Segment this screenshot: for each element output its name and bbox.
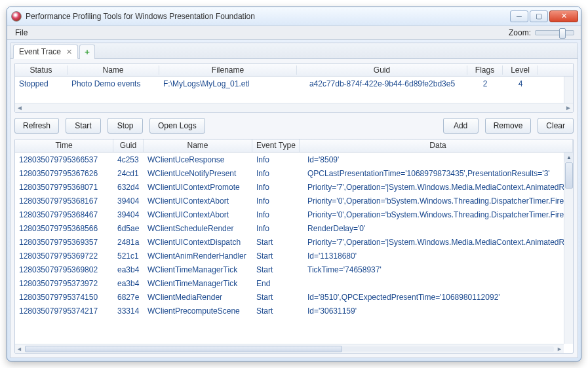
col-time[interactable]: Time: [15, 139, 113, 152]
event-row[interactable]: 12803507979536762624cd1WClientUceNotifyP…: [15, 166, 573, 180]
session-vscrollbar[interactable]: [564, 77, 573, 103]
col-data[interactable]: Data: [300, 139, 573, 152]
col-name[interactable]: Name: [144, 139, 252, 152]
cell-name: WClientAnimRenderHandler: [144, 250, 252, 262]
cell-type: Start: [252, 305, 300, 317]
remove-button[interactable]: Remove: [485, 118, 532, 134]
col-filename[interactable]: Filename: [159, 65, 297, 75]
cell-name: WClientUIContextPromote: [144, 181, 252, 193]
col-guid[interactable]: Guid: [113, 139, 144, 152]
tab-label: Event Trace: [19, 47, 61, 56]
scroll-right-icon[interactable]: ►: [565, 104, 572, 111]
cell-time: 128035079795373972: [15, 278, 113, 289]
add-button[interactable]: Add: [443, 118, 479, 134]
event-row[interactable]: 12803507979536816739404WClientUIContextA…: [15, 194, 573, 208]
cell-filename: F:\MyLogs\MyLog_01.etl: [159, 79, 297, 88]
open-logs-button[interactable]: Open Logs: [149, 118, 205, 134]
event-row[interactable]: 1280350797953693572481aWClientUIContextD…: [15, 235, 573, 249]
col-event-type[interactable]: Event Type: [252, 139, 300, 152]
session-row[interactable]: Stopped Photo Demo events F:\MyLogs\MyLo…: [15, 77, 573, 91]
cell-guid: 521c1: [113, 250, 144, 262]
events-vscrollbar[interactable]: ▲: [564, 153, 573, 344]
event-row[interactable]: 128035079795368071632d4WClientUIContextP…: [15, 180, 573, 194]
scroll-left-icon[interactable]: ◄: [16, 346, 22, 352]
cell-time: 128035079795369357: [15, 236, 113, 248]
start-button[interactable]: Start: [66, 118, 101, 134]
window-title: Performance Profiling Tools for Windows …: [26, 12, 510, 21]
menubar: File Zoom:: [7, 26, 581, 40]
cell-name: WClientScheduleRender: [144, 223, 252, 234]
tab-add-button[interactable]: ＋: [79, 45, 95, 59]
event-row[interactable]: 1280350797953685666d5aeWClientScheduleRe…: [15, 221, 573, 235]
event-row[interactable]: 12803507979536846739404WClientUIContextA…: [15, 208, 573, 221]
hscroll-thumb[interactable]: [25, 346, 342, 352]
cell-name: WClientUIContextAbort: [144, 209, 252, 221]
tab-event-trace[interactable]: Event Trace ✕: [13, 45, 78, 59]
cell-flags: 2: [467, 79, 503, 88]
cell-time: 128035079795368467: [15, 209, 113, 221]
events-panel: Time Guid Name Event Type Data 128035079…: [14, 139, 574, 354]
cell-guid: 632d4: [113, 181, 144, 193]
event-row[interactable]: 128035079795373972ea3b4WClientTimeManage…: [15, 276, 573, 290]
titlebar[interactable]: Performance Profiling Tools for Windows …: [7, 7, 581, 26]
zoom-label: Zoom:: [509, 28, 531, 37]
events-header: Time Guid Name Event Type Data: [15, 139, 573, 153]
cell-data: Id='30631159': [300, 305, 573, 317]
clear-button[interactable]: Clear: [538, 118, 574, 134]
cell-data: TickTime='74658937': [300, 264, 573, 276]
tab-strip: Event Trace ✕ ＋: [10, 43, 578, 59]
content-area: Event Trace ✕ ＋ Status Name Filename Gui…: [10, 43, 578, 358]
cell-name: WClientTimeManagerTick: [144, 264, 252, 276]
cell-type: Info: [252, 181, 300, 193]
window-controls: ─ ▢ ✕: [510, 10, 578, 22]
cell-type: Start: [252, 291, 300, 303]
cell-type: Info: [252, 168, 300, 179]
event-row[interactable]: 1280350797953665374c253WClientUceRespons…: [15, 153, 573, 166]
cell-time: 128035079795374217: [15, 305, 113, 317]
stop-button[interactable]: Stop: [108, 118, 143, 134]
vscroll-thumb[interactable]: [565, 162, 573, 189]
refresh-button[interactable]: Refresh: [14, 118, 59, 134]
scroll-left-icon[interactable]: ◄: [16, 104, 23, 111]
cell-status: Stopped: [15, 79, 68, 88]
col-status[interactable]: Status: [15, 65, 68, 75]
zoom-slider-thumb[interactable]: [559, 28, 566, 39]
tab-close-icon[interactable]: ✕: [66, 48, 72, 56]
event-row[interactable]: 128035079795369802ea3b4WClientTimeManage…: [15, 263, 573, 276]
close-button[interactable]: ✕: [549, 10, 578, 22]
col-flags[interactable]: Flags: [467, 65, 503, 75]
session-panel: Status Name Filename Guid Flags Level St…: [14, 63, 574, 113]
cell-type: End: [252, 278, 300, 289]
event-row[interactable]: 1280350797953741506827eWClientMediaRende…: [15, 290, 573, 304]
cell-guid: 39404: [113, 195, 144, 207]
col-guid[interactable]: Guid: [297, 65, 467, 75]
plus-icon: ＋: [83, 46, 91, 58]
event-row[interactable]: 128035079795369722521c1WClientAnimRender…: [15, 249, 573, 263]
scroll-right-icon[interactable]: ►: [557, 346, 562, 352]
zoom-slider[interactable]: [535, 30, 574, 35]
cell-guid: 39404: [113, 209, 144, 221]
cell-time: 128035079795369802: [15, 264, 113, 276]
cell-name: WClientPrecomputeScene: [144, 305, 252, 317]
cell-name: WClientTimeManagerTick: [144, 278, 252, 289]
cell-guid: 6827e: [113, 291, 144, 303]
session-hscrollbar[interactable]: ◄ ►: [15, 103, 573, 112]
cell-name: Photo Demo events: [68, 79, 159, 88]
cell-name: WClientUceResponse: [144, 154, 252, 166]
minimize-button[interactable]: ─: [510, 10, 528, 22]
col-level[interactable]: Level: [503, 65, 538, 75]
app-window: Performance Profiling Tools for Windows …: [7, 7, 581, 361]
scroll-up-icon[interactable]: ▲: [564, 153, 574, 162]
maximize-button[interactable]: ▢: [530, 10, 548, 22]
events-hscrollbar[interactable]: ◄ ►: [15, 344, 564, 353]
cell-type: Info: [252, 209, 300, 221]
session-rows: Stopped Photo Demo events F:\MyLogs\MyLo…: [15, 77, 573, 103]
cell-guid: 6d5ae: [113, 223, 144, 234]
hscroll-track[interactable]: [25, 346, 554, 352]
menu-file[interactable]: File: [11, 27, 31, 39]
col-name[interactable]: Name: [68, 65, 159, 75]
cell-time: 128035079795368566: [15, 223, 113, 234]
cell-data: QPCLastPresentationTime='1068979873435',…: [300, 168, 573, 179]
cell-data: Priority='7',Operation='|System.Windows.…: [300, 236, 573, 248]
event-row[interactable]: 12803507979537421733314WClientPrecompute…: [15, 304, 573, 318]
